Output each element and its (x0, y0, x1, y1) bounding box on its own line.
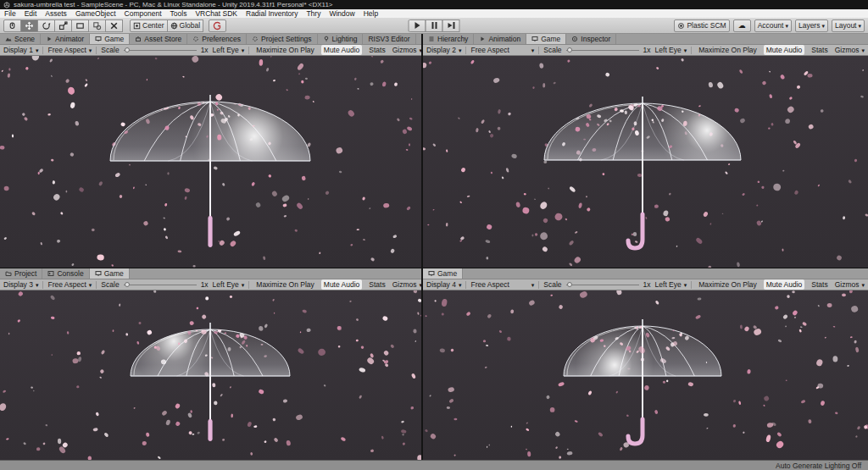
tab-project[interactable]: Project (0, 268, 42, 279)
slider-thumb[interactable] (125, 282, 130, 287)
aspect-label: Free Aspect (47, 279, 86, 290)
maximize-on-play-toggle[interactable]: Maximize On Play (253, 45, 317, 55)
layers-dropdown[interactable]: Layers ▾ (795, 19, 828, 32)
stats-toggle[interactable]: Stats (809, 279, 830, 290)
display-dropdown[interactable]: Display 4 ▾ (426, 279, 461, 290)
tab-game-bottom-left[interactable]: Game (90, 268, 130, 279)
scale-label: Scale (101, 45, 119, 55)
game-viewport-display2[interactable] (423, 56, 868, 268)
plastic-scm-button[interactable]: Plastic SCM (674, 19, 729, 32)
gizmos-label: Gizmos (392, 279, 417, 290)
menu-assets[interactable]: Assets (41, 9, 71, 18)
tab-lighting[interactable]: Lighting (318, 34, 364, 44)
display-dropdown[interactable]: Display 2 ▾ (426, 45, 461, 55)
pivot-mode-button[interactable]: Center (130, 19, 168, 32)
pivot-icon (133, 22, 141, 30)
maximize-on-play-toggle[interactable]: Maximize On Play (696, 279, 760, 290)
aspect-dropdown[interactable]: Free Aspect ▾ (47, 279, 92, 290)
menu-thry[interactable]: Thry (302, 9, 325, 18)
chevron-down-icon: ▾ (684, 47, 687, 53)
menu-radial-inventory[interactable]: Radial Inventory (242, 9, 302, 18)
maximize-on-play-toggle[interactable]: Maximize On Play (253, 279, 317, 290)
gizmos-dropdown[interactable]: Gizmos ▾ (835, 45, 865, 55)
eye-dropdown[interactable]: Left Eye ▾ (655, 45, 687, 55)
rect-tool-button[interactable] (71, 19, 89, 32)
game-viewport-display1[interactable] (0, 56, 421, 268)
pause-button[interactable] (426, 19, 443, 32)
tab-inspector[interactable]: Inspector (566, 34, 616, 44)
play-button[interactable] (409, 19, 426, 32)
menu-vrchat-sdk[interactable]: VRChat SDK (191, 9, 242, 18)
aspect-label: Free Aspect (470, 279, 509, 290)
mute-audio-toggle[interactable]: Mute Audio (321, 279, 363, 290)
custom-tool-button[interactable] (105, 19, 123, 32)
tab-game-top-right[interactable]: Game (526, 34, 566, 44)
gizmos-dropdown[interactable]: Gizmos ▾ (392, 279, 421, 290)
layout-dropdown[interactable]: Layout ▾ (832, 19, 865, 32)
menu-tools[interactable]: Tools (166, 9, 192, 18)
scale-slider[interactable] (566, 47, 639, 54)
gizmos-dropdown[interactable]: Gizmos ▾ (835, 279, 865, 290)
account-dropdown[interactable]: Account ▾ (754, 19, 792, 32)
stats-toggle[interactable]: Stats (366, 279, 387, 290)
scale-slider[interactable] (124, 281, 197, 289)
mute-audio-toggle[interactable]: Mute Audio (321, 45, 363, 55)
eye-dropdown[interactable]: Left Eye ▾ (213, 279, 245, 290)
slider-thumb[interactable] (567, 47, 572, 53)
aspect-dropdown[interactable]: Free Aspect ▾ (47, 45, 92, 55)
scale-tool-button[interactable] (54, 19, 72, 32)
chevron-down-icon: ▾ (242, 282, 245, 288)
menu-help[interactable]: Help (359, 9, 382, 18)
tab-game-top-left[interactable]: Game (90, 34, 130, 44)
game-viewport-display4[interactable] (423, 290, 868, 460)
display-dropdown[interactable]: Display 3 ▾ (3, 279, 38, 290)
editor-main-area: Scene Animator Game Asset Store Preferen… (0, 34, 868, 460)
menu-gameobject[interactable]: GameObject (71, 9, 120, 18)
orientation-mode-button[interactable]: Global (167, 19, 204, 32)
tab-scene[interactable]: Scene (0, 34, 41, 44)
tab-animator[interactable]: Animator (41, 34, 90, 44)
tab-project-settings[interactable]: Project Settings (247, 34, 318, 44)
menu-file[interactable]: File (0, 9, 20, 18)
tab-game-bottom-right[interactable]: Game (423, 268, 463, 279)
transform-tool-button[interactable] (88, 19, 106, 32)
game-viewport-display3[interactable] (0, 290, 421, 460)
scale-slider[interactable] (124, 47, 197, 54)
gizmos-dropdown[interactable]: Gizmos ▾ (392, 45, 421, 55)
eye-dropdown[interactable]: Left Eye ▾ (213, 45, 245, 55)
mute-audio-toggle[interactable]: Mute Audio (764, 45, 805, 55)
tab-label: Game (541, 34, 560, 44)
hand-tool-button[interactable] (3, 19, 21, 32)
tab-label: RISV3 Editor (368, 34, 409, 44)
mute-audio-toggle[interactable]: Mute Audio (764, 279, 805, 290)
menu-edit[interactable]: Edit (20, 9, 42, 18)
rotate-tool-button[interactable] (37, 19, 55, 32)
lightbulb-icon (323, 36, 330, 42)
stats-toggle[interactable]: Stats (366, 45, 387, 55)
slider-thumb[interactable] (125, 47, 130, 53)
tab-animation[interactable]: Animation (474, 34, 526, 44)
step-button[interactable] (442, 19, 460, 32)
red-plugin-button[interactable] (209, 19, 226, 32)
tab-preferences[interactable]: Preferences (187, 34, 247, 44)
slider-thumb[interactable] (567, 282, 572, 287)
menu-window[interactable]: Window (325, 9, 359, 18)
display-dropdown[interactable]: Display 1 ▾ (3, 45, 38, 55)
move-tool-button[interactable] (20, 19, 38, 32)
auto-generate-lighting-status[interactable]: Auto Generate Lighting Off (776, 462, 861, 470)
maximize-on-play-toggle[interactable]: Maximize On Play (696, 45, 760, 55)
tab-asset-store[interactable]: Asset Store (130, 34, 187, 44)
aspect-dropdown[interactable]: Free Aspect ▾ (470, 279, 534, 290)
scale-slider[interactable] (566, 281, 639, 289)
menu-component[interactable]: Component (120, 9, 166, 18)
tab-console[interactable]: Console (42, 268, 89, 279)
cloud-button[interactable]: ☁ (733, 19, 751, 32)
tab-risv3-editor[interactable]: RISV3 Editor (363, 34, 415, 44)
tab-hierarchy[interactable]: Hierarchy (423, 34, 474, 44)
rect-tool-icon (75, 21, 85, 30)
aspect-dropdown[interactable]: Free Aspect ▾ (470, 45, 534, 55)
tab-label: Project (14, 268, 36, 279)
stats-toggle[interactable]: Stats (809, 45, 830, 55)
gizmos-label: Gizmos (835, 45, 860, 55)
eye-dropdown[interactable]: Left Eye ▾ (655, 279, 687, 290)
